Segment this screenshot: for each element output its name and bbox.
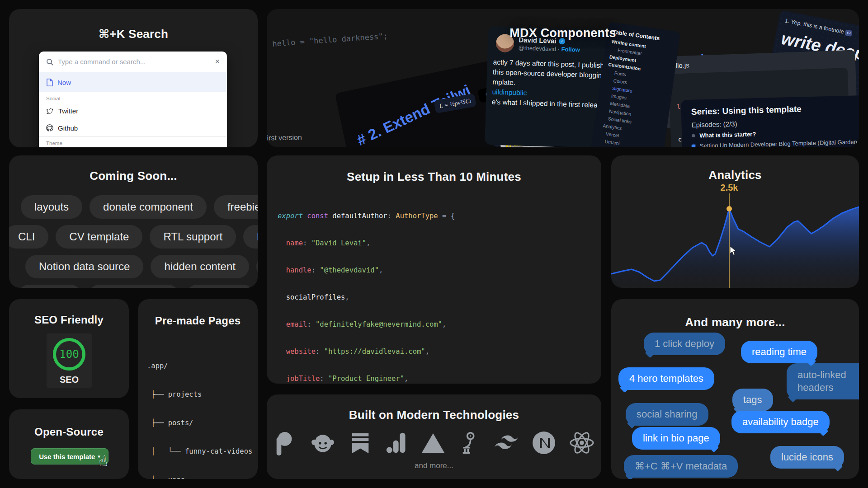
card-premade-pages: Pre-made Pages .app/ ├── projects ├── po… (138, 299, 258, 479)
code-line: export const defaultAuthor: AuthorType =… (278, 211, 601, 221)
feature-pill: CV template (56, 225, 142, 249)
card-many-more: And many more... 1 click deploy auto-lin… (611, 299, 859, 479)
card-title: And many more... (611, 315, 859, 329)
card-title: Pre-made Pages (138, 314, 258, 327)
bullet-icon (692, 134, 695, 137)
tech-logo-row (273, 430, 595, 456)
score-value: 100 (59, 348, 79, 361)
bullet-active-icon (692, 145, 695, 147)
card-title: Open-Source (9, 426, 129, 438)
pill-row: Notion data source hidden content Sa (25, 255, 258, 278)
feature-pill: layouts (243, 225, 258, 249)
extend-tailwind-heading-large: # 2. Extend Tailwi (354, 81, 473, 147)
feature-bubble: 4 hero templates (618, 367, 714, 390)
card-open-source: Open-Source Use this template ▾ ☝ (9, 409, 129, 479)
code-line: handle: "@thedevdavid", (278, 266, 601, 275)
feature-pill: hidden content (151, 255, 249, 278)
nextjs-icon (531, 430, 557, 455)
feature-bubble: tags (732, 389, 773, 411)
palette-item-now[interactable]: Now (39, 72, 227, 92)
card-title: Built on Modern Technologies (267, 408, 601, 422)
author-handle: @thedevdavid (519, 44, 557, 52)
series-item-label: What is this starter? (699, 131, 756, 139)
umami-icon (458, 430, 481, 456)
tree-line: │ └── funny-cat-videos (147, 447, 252, 456)
search-input[interactable] (58, 58, 210, 66)
bento-grid-page: ⌘+K Search × Now Social (0, 0, 868, 488)
feature-pill: layouts (21, 195, 82, 219)
card-cmdk-search: ⌘+K Search × Now Social (9, 9, 258, 147)
code-line: jobTitle: "Product Engineer", (278, 374, 601, 383)
search-row: × (39, 52, 227, 72)
tree-line: .app/ (147, 361, 252, 371)
twitter-icon (46, 108, 54, 114)
score-label: SEO (60, 375, 79, 385)
command-palette: × Now Social Twitter Github (39, 52, 227, 147)
feature-bubble: ⌘+C ⌘+V metadata (624, 455, 738, 478)
code-line: email: "definitelyfake@nevermind.com", (278, 320, 601, 329)
follow-button: Follow (561, 46, 580, 53)
document-icon (46, 79, 53, 86)
first-version-text: first version (267, 133, 302, 142)
feature-pill: RTL support (150, 225, 236, 249)
use-template-button[interactable]: Use this template ▾ (31, 448, 108, 465)
use-template-label: Use this template (39, 453, 95, 460)
feature-bubble: reading time (741, 341, 817, 363)
palette-section-social: Social (39, 92, 227, 102)
code-line: socialProfiles, (278, 293, 601, 302)
card-title: ⌘+K Search (9, 27, 258, 41)
feature-pill: donate component (90, 195, 207, 219)
tree-line: ├── uses (147, 475, 252, 479)
card-title: SEO Friendly (9, 314, 129, 326)
palette-item-twitter[interactable]: Twitter (39, 102, 227, 119)
peak-marker-dot (726, 206, 732, 211)
series-title: Series: Using this template (691, 103, 859, 117)
feature-pill (18, 285, 81, 288)
code-tab-label: hello.js (668, 56, 847, 70)
separator: · (557, 46, 560, 52)
search-icon (46, 58, 53, 66)
feature-pill (89, 285, 179, 288)
pill-row: layouts donate component freebie pag (21, 195, 258, 219)
card-title: Coming Soon... (9, 169, 258, 183)
palette-section-theme: Theme (39, 136, 227, 147)
mailchimp-icon (310, 430, 336, 456)
substack-icon (348, 430, 373, 455)
code-line: website: "https://davidlevai.com", (278, 347, 601, 356)
palette-item-label: Github (58, 124, 78, 132)
card-seo-friendly: SEO Friendly 100 SEO (9, 299, 129, 398)
and-more-text: and more... (267, 461, 601, 470)
card-title: MDX Components (267, 26, 859, 40)
palette-item-label: Twitter (58, 107, 78, 115)
mouse-cursor-icon (730, 246, 737, 256)
series-card: Series: Using this template Episodes: (2… (681, 95, 859, 147)
card-coming-soon: Coming Soon... layouts donate component … (9, 155, 258, 288)
feature-bubble: 1 click deploy (644, 333, 725, 355)
pill-row: CLI CV template RTL support layouts (9, 225, 258, 249)
tree-line: ├── posts/ (147, 418, 252, 428)
file-tree: .app/ ├── projects ├── posts/ │ └── funn… (147, 343, 252, 479)
feature-pill: Notion data source (25, 255, 143, 278)
pill-row-clipped (18, 285, 254, 288)
feature-bubble: lucide icons (770, 446, 844, 469)
card-title: Analytics (611, 168, 859, 182)
feature-pill: Sa (256, 255, 258, 278)
close-icon[interactable]: × (215, 57, 220, 66)
github-icon (46, 124, 53, 131)
react-icon (569, 431, 595, 455)
series-episodes: Episodes: (2/3) (691, 117, 859, 129)
feature-bubble: auto-linked headers (787, 363, 859, 399)
feature-pill: freebie pag (214, 195, 258, 219)
tree-line: ├── projects (147, 390, 252, 399)
card-title: Setup in Less Than 10 Minutes (267, 170, 601, 184)
peak-value-label: 2.5k (721, 183, 738, 193)
feature-pill (186, 285, 254, 288)
config-code-block: export const defaultAuthor: AuthorType =… (278, 193, 601, 384)
series-item: What is this starter? (692, 128, 859, 139)
feature-bubble: availability badge (731, 411, 830, 433)
score-ring: 100 (53, 338, 85, 371)
palette-item-github[interactable]: Github (39, 119, 227, 136)
card-mdx-components: hello = "hello darkness"; # 2. Extend Ta… (267, 9, 859, 147)
feature-pill: CLI (9, 225, 48, 249)
series-item: Setting Up Modern Developer Blog Templat… (692, 138, 859, 147)
